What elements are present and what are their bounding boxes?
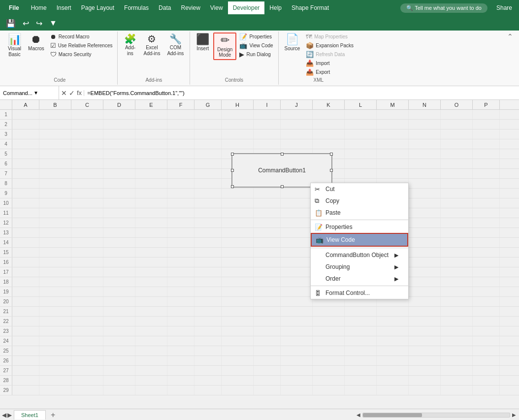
cell-r14c8[interactable] <box>222 238 254 247</box>
cell-r27c14[interactable] <box>409 366 441 375</box>
cell-r16c16[interactable] <box>473 258 500 267</box>
cell-r27c5[interactable] <box>135 366 167 375</box>
cell-r8c1[interactable] <box>12 179 39 188</box>
cell-r16c10[interactable] <box>281 258 313 267</box>
cell-r15c8[interactable] <box>222 248 254 257</box>
cell-r17c8[interactable] <box>222 267 254 277</box>
col-header-l[interactable]: L <box>345 100 377 109</box>
cell-r28c12[interactable] <box>345 376 377 385</box>
row-number-8[interactable]: 8 <box>0 179 12 188</box>
cell-r29c8[interactable] <box>222 386 254 395</box>
col-header-f[interactable]: F <box>167 100 195 109</box>
cell-r5c14[interactable] <box>409 149 441 159</box>
cell-r22c10[interactable] <box>281 317 313 326</box>
cell-r14c6[interactable] <box>167 238 195 247</box>
ctx-paste[interactable]: 📋 Paste <box>311 207 408 219</box>
cell-r24c10[interactable] <box>281 336 313 346</box>
cell-r21c9[interactable] <box>254 307 281 316</box>
cell-r26c12[interactable] <box>345 356 377 365</box>
cell-r9c9[interactable] <box>254 189 281 198</box>
cell-r4c3[interactable] <box>71 139 103 149</box>
cell-r4c9[interactable] <box>254 139 281 149</box>
cell-r22c15[interactable] <box>441 317 473 326</box>
cell-r7c5[interactable] <box>135 169 167 178</box>
cell-r26c7[interactable] <box>195 356 222 365</box>
insert-control-button[interactable]: ⬛ Insert <box>193 32 212 53</box>
cell-r23c4[interactable] <box>103 326 135 336</box>
cell-r21c11[interactable] <box>313 307 345 316</box>
developer-menu[interactable]: Developer <box>228 1 265 14</box>
cell-r18c10[interactable] <box>281 277 313 287</box>
cell-r16c7[interactable] <box>195 258 222 267</box>
cell-r20c5[interactable] <box>135 297 167 306</box>
cell-r1c10[interactable] <box>281 110 313 119</box>
cell-r1c11[interactable] <box>313 110 345 119</box>
cell-r22c1[interactable] <box>12 317 39 326</box>
cell-r20c4[interactable] <box>103 297 135 306</box>
cell-r4c6[interactable] <box>167 139 195 149</box>
cell-r18c2[interactable] <box>39 277 71 287</box>
col-header-p[interactable]: P <box>473 100 500 109</box>
cell-r22c11[interactable] <box>313 317 345 326</box>
cell-r2c14[interactable] <box>409 120 441 129</box>
cell-r27c4[interactable] <box>103 366 135 375</box>
cell-r24c5[interactable] <box>135 336 167 346</box>
cell-r1c8[interactable] <box>222 110 254 119</box>
cell-r15c1[interactable] <box>12 248 39 257</box>
cell-r4c11[interactable] <box>313 139 345 149</box>
cell-r16c4[interactable] <box>103 258 135 267</box>
cell-r27c10[interactable] <box>281 366 313 375</box>
cell-r11c15[interactable] <box>441 208 473 218</box>
cell-r10c10[interactable] <box>281 198 313 208</box>
cell-r10c5[interactable] <box>135 198 167 208</box>
cell-r25c5[interactable] <box>135 346 167 355</box>
visual-basic-button[interactable]: 📊 VisualBasic <box>5 32 24 59</box>
cell-r23c11[interactable] <box>313 326 345 336</box>
cell-r4c15[interactable] <box>441 139 473 149</box>
cell-r28c3[interactable] <box>71 376 103 385</box>
cell-r3c11[interactable] <box>313 129 345 139</box>
cell-r26c2[interactable] <box>39 356 71 365</box>
col-header-b[interactable]: B <box>39 100 71 109</box>
cell-r16c9[interactable] <box>254 258 281 267</box>
cell-r16c2[interactable] <box>39 258 71 267</box>
cell-r5c1[interactable] <box>12 149 39 159</box>
cell-r24c4[interactable] <box>103 336 135 346</box>
cell-r17c1[interactable] <box>12 267 39 277</box>
cell-r11c4[interactable] <box>103 208 135 218</box>
cell-r11c2[interactable] <box>39 208 71 218</box>
cell-r24c9[interactable] <box>254 336 281 346</box>
cell-r8c6[interactable] <box>167 179 195 188</box>
cell-r23c7[interactable] <box>195 326 222 336</box>
cell-r29c9[interactable] <box>254 386 281 395</box>
cell-r25c8[interactable] <box>222 346 254 355</box>
cell-r3c9[interactable] <box>254 129 281 139</box>
cell-r11c14[interactable] <box>409 208 441 218</box>
row-number-2[interactable]: 2 <box>0 120 12 129</box>
cell-r9c16[interactable] <box>473 189 500 198</box>
row-number-17[interactable]: 17 <box>0 267 12 277</box>
home-menu[interactable]: Home <box>26 1 52 14</box>
cell-r8c14[interactable] <box>409 179 441 188</box>
row-number-12[interactable]: 12 <box>0 218 12 227</box>
cell-r21c10[interactable] <box>281 307 313 316</box>
cell-r11c9[interactable] <box>254 208 281 218</box>
cell-r28c7[interactable] <box>195 376 222 385</box>
cell-r22c12[interactable] <box>345 317 377 326</box>
cell-r18c9[interactable] <box>254 277 281 287</box>
cell-r14c16[interactable] <box>473 238 500 247</box>
cell-r4c8[interactable] <box>222 139 254 149</box>
redo-button[interactable]: ↪ <box>34 18 44 29</box>
cell-r23c16[interactable] <box>473 326 500 336</box>
row-number-14[interactable]: 14 <box>0 238 12 247</box>
h-scroll-left[interactable]: ◀ <box>357 412 360 418</box>
cell-r19c14[interactable] <box>409 287 441 296</box>
cell-r24c7[interactable] <box>195 336 222 346</box>
cell-r3c3[interactable] <box>71 129 103 139</box>
cell-r15c9[interactable] <box>254 248 281 257</box>
cell-r29c4[interactable] <box>103 386 135 395</box>
cell-r24c14[interactable] <box>409 336 441 346</box>
cell-r14c9[interactable] <box>254 238 281 247</box>
cell-r25c11[interactable] <box>313 346 345 355</box>
cell-r20c8[interactable] <box>222 297 254 306</box>
